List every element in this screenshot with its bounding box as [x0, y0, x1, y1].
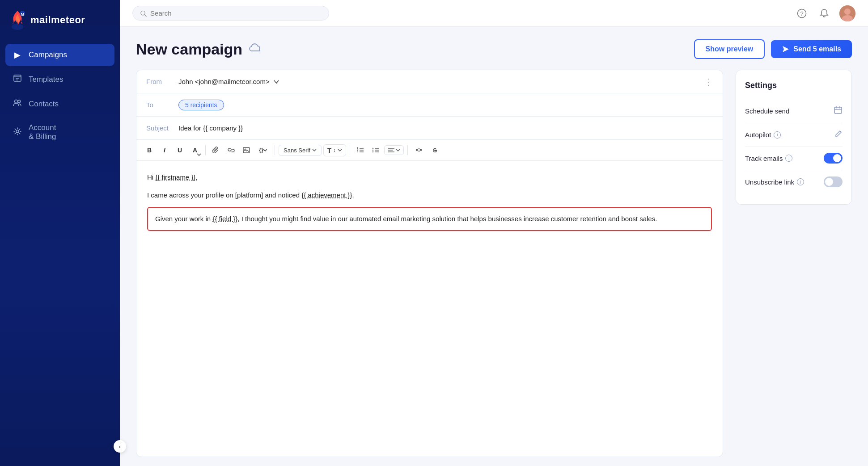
- logo-flame-icon: M: [9, 10, 26, 30]
- editor-toolbar: B I U A: [136, 140, 723, 161]
- link-button[interactable]: [224, 143, 238, 157]
- sidebar-item-label-contacts: Contacts: [29, 100, 59, 109]
- ordered-list-button[interactable]: 123: [354, 143, 367, 157]
- sidebar-item-label-account: Account& Billing: [29, 123, 56, 141]
- from-dropdown-icon[interactable]: [273, 79, 279, 85]
- svg-point-0: [12, 24, 23, 30]
- editor-body[interactable]: Hi {{ firstname }}, I came across your p…: [136, 161, 723, 457]
- subject-field: Subject Idea for {{ company }}: [136, 117, 723, 140]
- toggle-knob-2: [825, 178, 833, 186]
- dropdown-arrow-icon: [263, 149, 267, 151]
- recipients-badge[interactable]: 5 recipients: [178, 100, 224, 110]
- svg-line-11: [144, 14, 146, 16]
- achievement-var: {{ achievement }}: [301, 191, 352, 199]
- autopilot-info-icon[interactable]: i: [774, 131, 781, 139]
- contacts-icon: [13, 99, 22, 109]
- sidebar: M mailmeteor ▶ Campaigns Templates Conta…: [0, 0, 120, 466]
- subject-value[interactable]: Idea for {{ company }}: [178, 124, 713, 132]
- autopilot-label: Autopilot i: [745, 131, 781, 139]
- search-icon: [140, 10, 147, 17]
- unsubscribe-info-icon[interactable]: i: [797, 178, 804, 185]
- bullet-list-button[interactable]: [369, 143, 382, 157]
- main-content: ? New campaign Show preview: [120, 0, 868, 466]
- track-emails-toggle[interactable]: [824, 153, 843, 164]
- from-value: John <john@mailmeteor.com>: [178, 78, 704, 85]
- body-intro: I came across your profile on [platform]…: [147, 189, 712, 201]
- unsubscribe-link-item: Unsubscribe link i: [745, 170, 843, 193]
- schedule-send-label: Schedule send: [745, 107, 789, 115]
- toolbar-divider-3: [350, 145, 350, 155]
- sidebar-item-contacts[interactable]: Contacts: [5, 92, 114, 115]
- search-input[interactable]: [150, 9, 322, 17]
- sidebar-item-label-templates: Templates: [29, 75, 63, 84]
- help-icon-button[interactable]: ?: [795, 6, 809, 21]
- settings-title: Settings: [745, 81, 843, 90]
- align-dropdown-icon: [396, 149, 400, 151]
- send-emails-button[interactable]: Send 5 emails: [771, 40, 852, 58]
- notification-bell-button[interactable]: [817, 6, 831, 21]
- svg-point-31: [372, 151, 373, 152]
- send-icon: [782, 45, 790, 53]
- from-label: From: [146, 78, 178, 85]
- svg-rect-3: [14, 75, 21, 81]
- sidebar-item-label-campaigns: Campaigns: [29, 50, 67, 59]
- user-avatar[interactable]: [839, 5, 855, 21]
- toggle-knob: [833, 154, 841, 162]
- svg-point-29: [372, 148, 373, 149]
- italic-button[interactable]: I: [158, 143, 171, 157]
- variable-button[interactable]: {}: [255, 143, 271, 157]
- sidebar-nav: ▶ Campaigns Templates Contacts Account& …: [0, 39, 120, 152]
- strikethrough-button[interactable]: S: [428, 143, 442, 157]
- campaign-title-row: New campaign: [136, 41, 262, 58]
- svg-text:M: M: [21, 12, 25, 17]
- svg-text:3: 3: [357, 150, 358, 153]
- collapse-icon: ‹: [119, 443, 121, 450]
- cloud-save-icon[interactable]: [249, 43, 262, 55]
- track-emails-info-icon[interactable]: i: [785, 155, 792, 162]
- autopilot-edit-icon[interactable]: [834, 130, 843, 140]
- firstname-var: {{ firstname }}: [155, 173, 195, 181]
- unsubscribe-link-toggle[interactable]: [824, 176, 843, 187]
- underline-button[interactable]: U: [173, 143, 186, 157]
- font-dropdown-icon: [312, 148, 317, 152]
- svg-point-8: [18, 100, 21, 103]
- svg-point-15: [844, 8, 851, 15]
- sidebar-item-campaigns[interactable]: ▶ Campaigns: [5, 44, 114, 66]
- more-options-icon[interactable]: ⋮: [704, 76, 713, 87]
- font-size-dropdown[interactable]: T↕: [323, 144, 346, 156]
- text-color-button[interactable]: A: [188, 143, 202, 157]
- svg-point-30: [372, 150, 373, 151]
- search-bar[interactable]: [132, 6, 329, 21]
- align-dropdown[interactable]: [384, 145, 404, 155]
- sidebar-collapse-button[interactable]: ‹: [114, 440, 126, 453]
- templates-icon: [13, 74, 22, 84]
- header-actions: Show preview Send 5 emails: [694, 39, 852, 59]
- svg-point-7: [15, 100, 18, 103]
- image-button[interactable]: [240, 143, 253, 157]
- bold-button[interactable]: B: [143, 143, 156, 157]
- source-button[interactable]: <>: [411, 143, 427, 157]
- attach-button[interactable]: [209, 143, 223, 157]
- dropdown-arrow-icon: [197, 153, 201, 156]
- campaign-header: New campaign Show preview Send 5 emails: [136, 39, 852, 59]
- page-title: New campaign: [136, 41, 242, 58]
- track-emails-item: Track emails i: [745, 147, 843, 170]
- size-dropdown-icon: [338, 148, 342, 152]
- svg-rect-35: [834, 107, 842, 113]
- font-family-dropdown[interactable]: Sans Serif: [279, 145, 322, 156]
- campaign-area: New campaign Show preview Send 5 emails …: [120, 27, 868, 466]
- to-value: 5 recipients: [178, 100, 713, 110]
- logo-area: M mailmeteor: [0, 0, 120, 39]
- from-field: From John <john@mailmeteor.com> ⋮: [136, 70, 723, 93]
- campaigns-icon: ▶: [13, 50, 22, 60]
- toolbar-divider-4: [407, 145, 408, 155]
- sidebar-item-templates[interactable]: Templates: [5, 68, 114, 91]
- schedule-send-item: Schedule send: [745, 99, 843, 123]
- schedule-send-icon[interactable]: [834, 105, 843, 117]
- body-pitch: Given your work in {{ field }}, I though…: [147, 207, 712, 231]
- show-preview-button[interactable]: Show preview: [694, 39, 765, 59]
- sidebar-item-account[interactable]: Account& Billing: [5, 117, 114, 147]
- field-var: {{ field }}: [212, 215, 237, 223]
- email-composer: From John <john@mailmeteor.com> ⋮ To 5 r…: [136, 70, 723, 457]
- svg-point-9: [16, 130, 19, 133]
